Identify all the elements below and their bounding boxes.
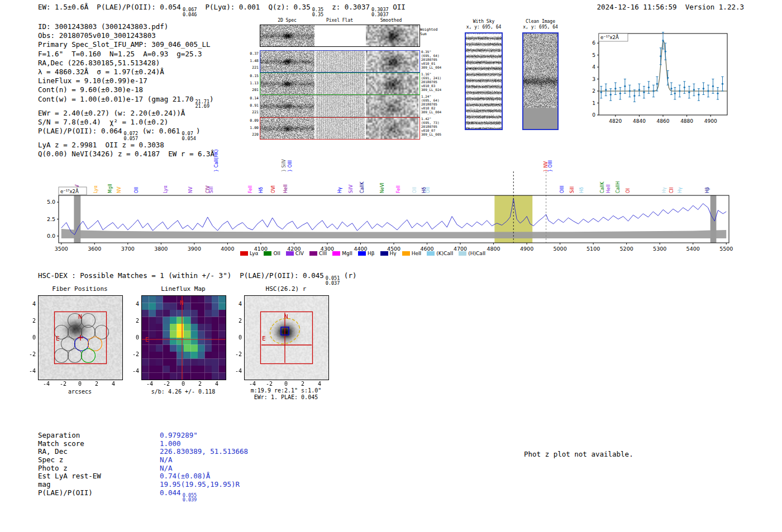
info-line: F=1.6" T=0.160 N=1.25 A=0.93 g=25.3	[38, 50, 214, 59]
svg-text:4840: 4840	[633, 118, 646, 124]
spec2d-row	[260, 95, 420, 117]
text-segment: EW: 1.5±0.6Å P(LAE)/P(OII): 0.054	[38, 3, 181, 11]
cutout-x-tick-label: 0	[177, 381, 190, 387]
match-row-value: 0.74(±0.08)Å	[160, 472, 210, 480]
cutout-x-tick-label: -4	[40, 381, 53, 387]
svg-text:OII: OII	[412, 187, 417, 193]
text-segment: Primary Spec_Slot_IFU_AMP: 309_046_005_L…	[38, 40, 211, 49]
match-table-row: Match score1.000	[38, 439, 248, 448]
spec2d-smooth-image	[366, 73, 418, 94]
svg-text:6: 6	[592, 40, 595, 46]
with-sky-title: With Sky	[458, 19, 509, 24]
photz-notice: Phot z plot not available.	[524, 450, 633, 459]
cutout-x-tick-label: -4	[246, 381, 259, 387]
text-segment: LineFlux = 9.10(±0.99)e-17	[38, 76, 147, 85]
match-row-label: Photo z	[38, 464, 160, 472]
stacked-uncertainty: 0.0670.046	[183, 7, 197, 17]
legend-swatch	[240, 251, 248, 256]
text-segment: z: 0.3037	[323, 3, 370, 11]
svg-text:Lyα: Lyα	[93, 185, 98, 193]
stacked-uncertainty: 0.0510.037	[326, 276, 340, 285]
cutout-x-tick-label: 2	[296, 381, 309, 387]
text-segment: N/A	[160, 464, 173, 472]
legend-item: Hβ	[358, 251, 375, 256]
svg-text:CaIIK: CaIIK	[360, 181, 365, 193]
svg-text:MgII: MgII	[108, 184, 113, 193]
spec2d-row-right-labels: 1.16"(691, 241)20180705v010_03309_LL_024	[421, 72, 455, 92]
svg-text:e⁻¹⁷x2Å: e⁻¹⁷x2Å	[60, 188, 79, 194]
svg-text:4800: 4800	[487, 246, 500, 252]
spec2d-row	[260, 25, 420, 47]
text-segment: RA,Dec (226.830185,51.513428)	[38, 59, 160, 67]
spec2d-flat-image	[316, 95, 365, 117]
cutout-x-tick-label: 4	[313, 381, 326, 387]
hsc-dex-line: HSC-DEX : Possible Matches = 1 (within +…	[38, 271, 356, 285]
cutout-y-tick-label: 2	[127, 318, 139, 324]
text-segment: Cont(w) = 1.00(±0.01)e-17 (gmag 21.70	[38, 95, 193, 103]
clean-image	[522, 32, 559, 130]
svg-text:4000: 4000	[221, 246, 234, 252]
legend-item: (K)CaII	[427, 251, 453, 256]
legend-swatch	[427, 251, 435, 256]
text-segment: ID: 3001243803 (3001243803.pdf)	[38, 22, 168, 31]
svg-text:5400: 5400	[686, 246, 700, 252]
svg-text:} CaII(HK): } CaII(HK)	[214, 150, 219, 172]
spec2d-header-2dspec: 2D Spec	[267, 18, 307, 23]
svg-text:5200: 5200	[620, 246, 633, 252]
svg-text:CII: CII	[669, 188, 674, 193]
spec2d-smooth-image	[366, 25, 418, 46]
stacked-uncertainty: 0.30370.3037	[371, 7, 389, 17]
spec2d-spec-image	[260, 25, 314, 46]
legend-swatch	[286, 251, 294, 256]
svg-text:FeII: FeII	[396, 185, 401, 193]
svg-text:2.5: 2.5	[47, 216, 55, 222]
legend-label: Hγ	[390, 251, 397, 256]
legend-label: MgII	[342, 251, 352, 256]
text-segment: (r)	[340, 271, 356, 280]
spec2d-spec-image	[260, 73, 314, 94]
elixer-report-page: EW: 1.5±0.6Å P(LAE)/P(OII): 0.0540.0670.…	[0, 0, 782, 532]
match-row-label: P(LAE)/P(OII)	[38, 488, 160, 497]
cutout-y-tick-label: -4	[23, 368, 36, 374]
hsc-caption-2: EWr: 1. PLAE: 0.045	[244, 394, 328, 400]
svg-text:NeVI: NeVI	[380, 183, 385, 193]
match-table: Separation0.979289"Match score1.000RA, D…	[38, 431, 248, 497]
svg-text:Hβ: Hβ	[705, 187, 710, 193]
cutout-y-tick-label: -4	[230, 368, 242, 374]
svg-text:OVI: OVI	[271, 185, 276, 193]
svg-text:0.0: 0.0	[47, 233, 55, 239]
timestamp: 2024-12-16 11:56:59	[597, 3, 677, 11]
legend-swatch	[264, 251, 271, 256]
svg-text:CaIIK: CaIIK	[600, 181, 605, 193]
match-row-value: N/A	[160, 456, 173, 464]
legend-item: Hγ	[380, 251, 397, 256]
spec2d-row-left-labels: 0.091.00220	[245, 117, 259, 138]
svg-text:3: 3	[592, 76, 595, 82]
info-line: RA,Dec (226.830185,51.513428)	[38, 59, 214, 68]
match-table-row: Est LyA rest-EW0.74(±0.08)Å	[38, 472, 248, 480]
match-row-value: 1.000	[160, 439, 181, 448]
match-row-label: Separation	[38, 431, 160, 439]
info-line: EWr = 2.40(±0.27) (w: 2.20(±0.24))Å	[38, 109, 214, 118]
cutout-y-tick-label: 0	[23, 334, 36, 341]
match-row-value: 0.979289"	[160, 431, 198, 439]
svg-text:SiII: SiII	[570, 186, 575, 193]
legend-swatch	[309, 251, 317, 256]
svg-text:4900: 4900	[520, 246, 533, 252]
cutout-y-tick-label: 4	[230, 301, 242, 307]
match-row-value: 19.95(19.95,19.95)R	[160, 480, 240, 488]
match-table-row: mag19.95(19.95,19.95)R	[38, 480, 248, 488]
svg-text:5500: 5500	[719, 246, 733, 252]
text-segment: )	[196, 127, 201, 135]
fiber-positions-title: Fiber Positions	[38, 285, 122, 293]
with-sky-coords: x, y: 695, 64	[458, 25, 509, 30]
svg-text:5100: 5100	[586, 246, 600, 252]
stacked-uncertainty: 21.7121.69	[195, 99, 209, 109]
svg-text:3600: 3600	[88, 246, 101, 252]
object-info-block: ID: 3001243803 (3001243803.pdf)Obs: 2018…	[38, 22, 214, 159]
text-segment: 0.979289"	[160, 431, 198, 439]
legend-item: OII	[264, 251, 280, 256]
info-line: λ = 4860.32Å σ = 1.97(±0.24)Å	[38, 68, 214, 76]
text-segment: 226.830389, 51.513668	[160, 447, 248, 456]
match-row-label: Est LyA rest-EW	[38, 472, 160, 480]
